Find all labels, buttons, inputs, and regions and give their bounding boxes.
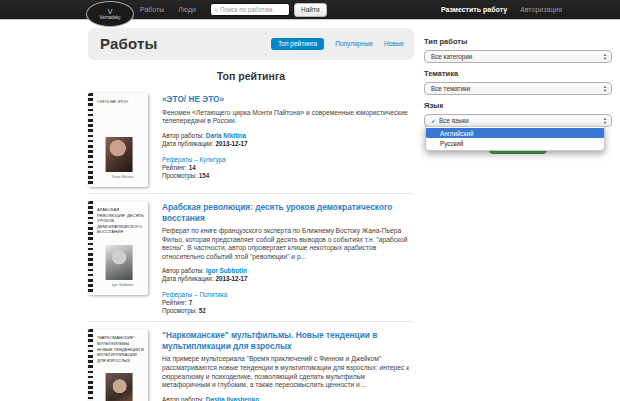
work-item: "НАРКОМАНСКИЕ" МУЛЬТФИЛЬМЫ. НОВЫЕ ТЕНДЕН… <box>88 322 414 401</box>
sort-tabs: Топ рейтинга Популярные Новые <box>271 38 404 50</box>
brand-logo[interactable]: V Vernadsky <box>86 1 134 27</box>
select-stepper-icon: ▲▼ <box>601 53 609 62</box>
date-label: Дата публикации: <box>162 140 214 147</box>
views-label: Просмотры: <box>162 172 197 179</box>
cover-author-photo <box>106 137 133 172</box>
rating-value: 14 <box>189 164 196 171</box>
work-cover-thumbnail[interactable]: "НАРКОМАНСКИЕ" МУЛЬТФИЛЬМЫ. НОВЫЕ ТЕНДЕН… <box>88 329 148 401</box>
category-link[interactable]: Рефераты – Культура <box>162 156 226 163</box>
work-description: На примере мультсериала "Время приключен… <box>162 355 414 389</box>
page-header: Работы Топ рейтинга Популярные Новые <box>88 28 414 60</box>
rating-label: Рейтинг: <box>162 164 187 171</box>
top-navbar: V Vernadsky Работы Люди ⌕ Найти Размести… <box>0 0 620 20</box>
work-category-block: Рефераты – Культура Рейтинг: 14 Просмотр… <box>162 156 414 180</box>
search-form: ⌕ Найти <box>210 3 327 17</box>
author-label: Автор работы: <box>162 132 204 139</box>
work-title-link[interactable]: "Наркоманские" мультфильмы. Новые тенден… <box>162 330 414 351</box>
cover-author-caption: Daria Nikitina <box>97 175 148 179</box>
brand-name: Vernadsky <box>99 15 120 20</box>
section-title: Топ рейтинга <box>88 70 414 82</box>
author-label: Автор работы: <box>162 267 204 274</box>
spiral-binding-icon <box>88 93 93 187</box>
checkmark-icon: ✓ <box>431 117 436 124</box>
language-option-russian[interactable]: Русский <box>426 138 604 148</box>
rating-label: Рейтинг: <box>162 299 187 306</box>
post-work-link[interactable]: Разместить работу <box>441 6 507 13</box>
views-value: 52 <box>199 307 206 314</box>
cover-author-photo <box>106 373 133 401</box>
theme-selected-value: Все тематики <box>431 85 470 92</box>
tab-top-rating[interactable]: Топ рейтинга <box>271 38 324 50</box>
views-label: Просмотры: <box>162 307 197 314</box>
work-cover-thumbnail[interactable]: «ЭТО/ НЕ ЭТО» Daria Nikitina <box>88 93 148 187</box>
author-link[interactable]: Daria Nikitina <box>206 132 246 139</box>
work-category-block: Рефераты – Политика Рейтинг: 7 Просмотры… <box>162 291 414 315</box>
cover-title: АРАБСКАЯ РЕВОЛЮЦИЯ: ДЕСЯТЬ УРОКОВ ДЕМОКР… <box>97 207 145 235</box>
select-stepper-icon: ▲▼ <box>601 85 609 94</box>
filter-label-theme: Тематика <box>424 69 612 78</box>
select-stepper-icon: ▲▼ <box>601 117 609 126</box>
date-value: 2013-12-17 <box>215 140 247 147</box>
work-body: «ЭТО/ НЕ ЭТО» Феномен «Летающего цирка М… <box>162 93 414 187</box>
cover-title: "НАРКОМАНСКИЕ" МУЛЬТФИЛЬМЫ. НОВЫЕ ТЕНДЕН… <box>97 335 145 363</box>
tab-popular[interactable]: Популярные <box>335 40 373 47</box>
main-column: Работы Топ рейтинга Популярные Новые Топ… <box>88 28 414 401</box>
nav-item-works[interactable]: Работы <box>140 6 164 13</box>
work-item: «ЭТО/ НЕ ЭТО» Daria Nikitina «ЭТО/ НЕ ЭТ… <box>88 86 414 194</box>
work-body: Арабская революция: десять уроков демокр… <box>162 201 414 315</box>
filters-sidebar: Тип работы Все категории ▲▼ Тематика Все… <box>424 31 612 154</box>
author-link[interactable]: Dasha Ilyashenko <box>206 396 259 401</box>
category-link[interactable]: Рефераты – Политика <box>162 291 227 298</box>
language-selected-value: Все языки <box>439 117 469 124</box>
work-title-link[interactable]: «ЭТО/ НЕ ЭТО» <box>162 94 414 105</box>
authorization-link[interactable]: Авторизация <box>520 6 562 13</box>
cover-title: «ЭТО/ НЕ ЭТО» <box>97 99 145 105</box>
tab-new[interactable]: Новые <box>384 40 404 47</box>
search-input[interactable] <box>220 6 284 13</box>
spiral-binding-icon <box>88 201 93 295</box>
work-description: Феномен «Летающего цирка Монти Пайтона» … <box>162 109 414 126</box>
filter-label-language: Язык <box>424 101 612 110</box>
language-dropdown-menu: Английский Русский <box>425 126 605 151</box>
spiral-binding-icon <box>88 329 93 401</box>
author-link[interactable]: Igor Subbotin <box>206 267 247 274</box>
cover-author-caption: Igor Subbotin <box>97 283 148 287</box>
work-item: АРАБСКАЯ РЕВОЛЮЦИЯ: ДЕСЯТЬ УРОКОВ ДЕМОКР… <box>88 194 414 322</box>
work-cover-thumbnail[interactable]: АРАБСКАЯ РЕВОЛЮЦИЯ: ДЕСЯТЬ УРОКОВ ДЕМОКР… <box>88 201 148 295</box>
rating-value: 7 <box>189 299 193 306</box>
theme-select[interactable]: Все тематики ▲▼ <box>424 82 612 95</box>
work-meta: Автор работы: Daria Nikitina Дата публик… <box>162 132 414 148</box>
language-option-english[interactable]: Английский <box>426 128 604 138</box>
nav-right: Разместить работу Авторизация <box>441 6 562 13</box>
views-value: 154 <box>199 172 210 179</box>
search-submit-button[interactable]: Найти <box>294 3 327 17</box>
work-type-selected-value: Все категории <box>431 53 472 60</box>
work-meta: Автор работы: Igor Subbotin Дата публика… <box>162 267 414 283</box>
language-select-wrap: ✓ Все языки ▲▼ Английский Русский <box>424 114 612 127</box>
search-box[interactable]: ⌕ <box>210 3 290 16</box>
search-icon: ⌕ <box>212 6 220 14</box>
filter-label-work-type: Тип работы <box>424 37 612 46</box>
author-label: Автор работы: <box>162 396 204 401</box>
nav-item-people[interactable]: Люди <box>178 6 196 13</box>
date-value: 2013-12-17 <box>215 275 247 282</box>
work-type-select[interactable]: Все категории ▲▼ <box>424 50 612 63</box>
work-description: Реферат по книге французского эксперта п… <box>162 227 414 261</box>
cover-author-photo <box>106 245 133 280</box>
work-meta: Автор работы: Dasha Ilyashenko Дата публ… <box>162 396 414 401</box>
date-label: Дата публикации: <box>162 275 214 282</box>
work-body: "Наркоманские" мультфильмы. Новые тенден… <box>162 329 414 401</box>
nav-links: Работы Люди <box>140 6 196 13</box>
page-title: Работы <box>100 35 158 52</box>
work-title-link[interactable]: Арабская революция: десять уроков демокр… <box>162 202 414 223</box>
